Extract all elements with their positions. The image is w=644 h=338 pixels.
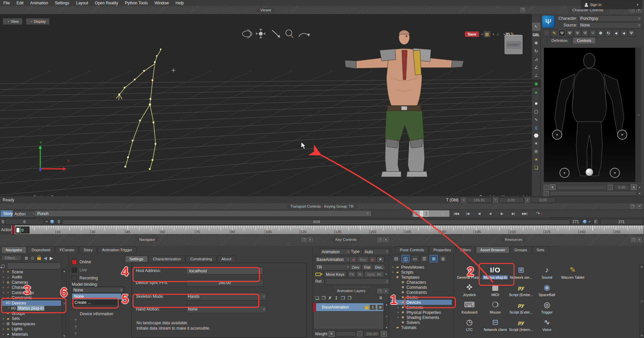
navigator-tab[interactable]: Navigator [1, 247, 26, 253]
asset-item[interactable]: ◉ SpaceBall [534, 282, 560, 299]
character-toolbar-icon[interactable]: Ψ [558, 29, 566, 37]
asset-item[interactable]: ⊟ Network client [482, 317, 508, 334]
tree-item[interactable]: ✱ Characters [391, 280, 452, 285]
expander-icon[interactable]: └ [7, 307, 11, 310]
float-icon[interactable]: ❐ [520, 8, 525, 12]
source-select[interactable]: None▽ [579, 22, 642, 28]
list-options-icon[interactable]: ≣ [24, 256, 28, 261]
axis-value[interactable]: 0.00 [531, 197, 555, 203]
key-chip[interactable]: K [329, 331, 334, 337]
transport-button[interactable]: ■ [485, 210, 495, 217]
weight-slider[interactable] [336, 331, 356, 336]
navigator-tab[interactable]: FCurves [55, 247, 78, 253]
character-toolbar-icon[interactable]: ✥ [597, 29, 604, 37]
asset-item[interactable]: ⇅ General Purp... [457, 265, 482, 282]
browser-view-icon[interactable]: ◫ [401, 255, 410, 262]
transport-button[interactable]: ▶| [508, 210, 518, 217]
float-icon[interactable]: ❐ [302, 238, 307, 242]
assets-scrollbar[interactable]: ▲≡▼ [639, 265, 644, 338]
viewport-tool-icon[interactable]: ⊿ [533, 56, 540, 63]
tree-item[interactable]: + ▰ Sets [1, 316, 61, 322]
tree-scrollbar[interactable]: ▲≡▼ [62, 269, 67, 338]
chevron-down-icon[interactable]: ▾ [493, 33, 494, 36]
chevron-down-icon[interactable]: ▾ [385, 273, 387, 276]
asset-item[interactable]: ❍ Mouse [482, 299, 508, 317]
viewport-tool-icon[interactable]: ⊥ [533, 72, 540, 79]
asset-item[interactable]: py Script (Exter... [508, 299, 534, 317]
layer-tool-icon[interactable]: ❏+ [315, 295, 319, 300]
viewport-nav-icons[interactable] [240, 28, 310, 40]
keying-mode-select[interactable]: TR▽ [315, 264, 351, 270]
browser-view-icon[interactable]: ▭ [411, 255, 419, 262]
slider-box[interactable] [544, 185, 549, 190]
hips-button[interactable] [586, 168, 593, 176]
right-foot-button[interactable]: ▼ [610, 168, 620, 178]
asset-item[interactable]: py Script (Embe... [508, 282, 534, 299]
favorite-star-icon[interactable]: ✩ [31, 256, 35, 261]
expander-icon[interactable]: + [1, 270, 5, 274]
marker-path-icon[interactable]: ∴ [495, 31, 501, 37]
viewport-tool-icon[interactable]: ◉ [532, 80, 540, 87]
menu-item[interactable]: Open Reality [92, 1, 121, 5]
layers-scrollbar[interactable]: ▲≡▼ [384, 303, 389, 330]
viewport-tool-icon[interactable]: ☀ [533, 156, 540, 163]
tree-item[interactable]: + ✦ Characters [1, 285, 61, 290]
host-address-input[interactable] [186, 267, 263, 274]
chevron-down-icon[interactable]: ▾ [639, 192, 640, 195]
asset-item[interactable]: ▦ MIDI [482, 282, 508, 299]
character-toolbar-icon[interactable]: ◄ [620, 29, 627, 37]
viewport-tool-icon[interactable]: ↻ [533, 48, 540, 55]
playhead-frame-box[interactable]: 0 [15, 226, 30, 233]
character-body-map[interactable]: ▼ ▼ ▼ ▼ [544, 48, 636, 182]
character-select[interactable]: Punchguy▽ [579, 15, 642, 22]
auto-chip[interactable]: A [381, 331, 387, 337]
tree-item[interactable]: ✱ Constraints [391, 290, 452, 295]
zero-button[interactable]: Zero [350, 264, 362, 270]
view-cube[interactable]: FRONT [504, 35, 523, 54]
sync-all-button[interactable]: Sync. All [364, 271, 384, 277]
layer-index-chip[interactable]: 1 [370, 305, 376, 310]
menu-item[interactable]: Help [172, 1, 187, 5]
range-slider-handle[interactable] [314, 220, 320, 223]
layer-tool-icon[interactable]: ❒ [347, 295, 352, 300]
delete-key-button[interactable]: ✕ [376, 256, 384, 263]
ik-button[interactable]: IK [356, 271, 364, 277]
character-toolbar-icon[interactable]: ∵ [543, 29, 550, 37]
expander-icon[interactable]: + [391, 270, 395, 274]
expander-icon[interactable]: + [1, 291, 5, 294]
character-model[interactable] [345, 30, 464, 177]
browser-view-icon[interactable]: ⊞ [430, 255, 438, 262]
spinner-left-icon[interactable]: ◂ [46, 219, 47, 223]
resources-tab[interactable]: Groups [510, 247, 532, 253]
model-binding-select[interactable]: None▽ [72, 287, 124, 293]
device-settings-tab[interactable]: Settings [125, 256, 148, 262]
weight-value[interactable]: 100.00 [364, 331, 380, 337]
expander-icon[interactable]: + [396, 306, 400, 309]
character-toolbar-icon[interactable]: Ψ [582, 29, 589, 37]
character-toolbar-icon[interactable]: Ψ [566, 29, 573, 37]
end-frame-field[interactable]: 271 [600, 219, 643, 225]
disc-button[interactable]: Disc. [373, 264, 385, 270]
viewport-tool-icon[interactable]: ■ [533, 100, 540, 107]
viewport-tool-icon[interactable]: ✥ [533, 40, 540, 47]
menu-item[interactable]: File [0, 1, 13, 5]
spinner-handle[interactable] [583, 220, 587, 223]
auto-chip[interactable]: A [631, 185, 637, 190]
tree-item[interactable]: + ♪ Audio [1, 275, 61, 280]
view-button[interactable]: ▿View [3, 18, 22, 25]
asset-item[interactable]: ◎ Trigger [534, 299, 560, 317]
character-toolbar-icon[interactable]: Ψ [589, 29, 596, 37]
float-icon[interactable]: ❐ [631, 238, 636, 242]
resources-tab[interactable]: Asset Browser [476, 247, 509, 253]
asset-item[interactable]: ∿ Voice [534, 317, 560, 334]
close-icon[interactable]: ✕ [637, 238, 642, 242]
float-icon[interactable]: ❐ [377, 238, 382, 242]
hand-motion-select[interactable]: None▽ [186, 305, 267, 313]
lock-icon[interactable] [37, 257, 41, 260]
device-sync-fps-value[interactable]: 240.00 [186, 279, 263, 286]
menu-item[interactable]: Layout [73, 1, 92, 5]
tree-item[interactable]: + ☀ Lights [1, 327, 61, 332]
tree-item[interactable]: + ▰ PrevisMoves [391, 265, 452, 270]
expander-icon[interactable]: + [1, 275, 5, 279]
loop-toggle[interactable]: ↷✕ [536, 211, 542, 216]
